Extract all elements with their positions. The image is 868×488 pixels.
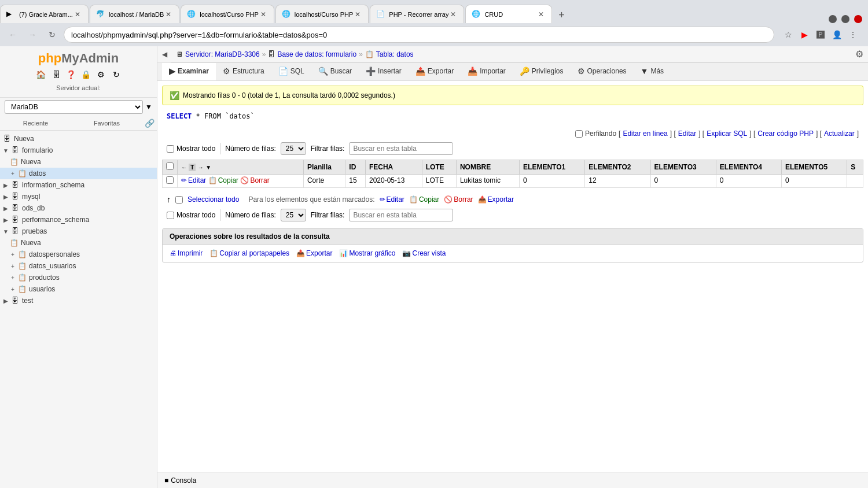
operations-export-button[interactable]: 📤 Exportar	[296, 249, 332, 257]
lock-icon[interactable]: 🔒	[80, 68, 93, 81]
tab-privilegios[interactable]: 🔑 Privilegios	[513, 63, 571, 80]
row-delete-button[interactable]: 🚫 Borrar	[240, 176, 269, 184]
sidebar-item-performance-schema[interactable]: ▶ 🗄 performance_schema	[0, 214, 157, 225]
select-all-link[interactable]: Seleccionar todo	[187, 195, 239, 204]
address-bar[interactable]: localhost/phpmyadmin/sql.php?server=1&db…	[64, 27, 774, 43]
rows-select[interactable]: 25	[281, 142, 306, 155]
bookmark-icon[interactable]: ☆	[782, 29, 794, 40]
operations-chart-button[interactable]: 📊 Mostrar gráfico	[339, 249, 395, 257]
th-elemento1[interactable]: ELEMENTO1	[520, 160, 585, 175]
browser-tab-6[interactable]: 🌐 CRUD ✕	[465, 5, 552, 23]
settings-icon[interactable]: ⚙	[95, 68, 108, 81]
tab6-close[interactable]: ✕	[536, 10, 546, 19]
up-arrow-icon[interactable]: ↑	[167, 195, 171, 204]
user-profile-icon[interactable]: 👤	[831, 29, 843, 40]
db-breadcrumb-link[interactable]: Base de datos: formulario	[277, 50, 356, 58]
tab-estructura[interactable]: ⚙ Estructura	[216, 63, 271, 80]
tab-exportar[interactable]: 📤 Exportar	[409, 63, 461, 80]
th-id[interactable]: ID	[345, 160, 366, 175]
sidebar-item-mysql[interactable]: ▶ 🗄 mysql	[0, 191, 157, 202]
browser-tab-4[interactable]: 🌐 localhost/Curso PHP ✕	[275, 5, 369, 23]
sidebar-item-information-schema[interactable]: ▶ 🗄 information_schema	[0, 179, 157, 191]
server-breadcrumb-link[interactable]: Servidor: MariaDB-3306	[185, 50, 260, 58]
home-icon[interactable]: 🏠	[35, 68, 47, 81]
browser-tab-2[interactable]: 🐬 localhost / MariaDB ✕	[90, 5, 179, 23]
breadcrumb-settings-icon[interactable]: ⚙	[855, 49, 863, 60]
console-bar[interactable]: ■ Consola	[157, 472, 868, 488]
bottom-show-all-label[interactable]: Mostrar todo	[167, 211, 215, 219]
th-elemento2[interactable]: ELEMENTO2	[585, 160, 650, 175]
sidebar-item-formulario[interactable]: ▼ 🗄 formulario	[0, 145, 157, 156]
tab-operaciones[interactable]: ⚙ Operaciones	[571, 63, 634, 80]
favorites-button[interactable]: Favoritas	[71, 116, 142, 130]
th-elemento5[interactable]: ELEMENTO5	[782, 160, 847, 175]
close-button[interactable]	[854, 15, 862, 23]
th-lote[interactable]: LOTE	[422, 160, 456, 175]
row-edit-button[interactable]: ✏ Editar	[181, 176, 206, 184]
operations-clipboard-button[interactable]: 📋 Copiar al portapapeles	[209, 249, 289, 257]
bulk-export-button[interactable]: 📤 Exportar	[478, 195, 514, 204]
sidebar-item-nueva-formulario[interactable]: 📋 Nueva	[0, 156, 157, 168]
operations-print-button[interactable]: 🖨 Imprimir	[170, 249, 203, 257]
forward-button[interactable]: →	[24, 27, 41, 43]
sidebar-item-test[interactable]: ▶ 🗄 test	[0, 295, 157, 306]
bulk-copy-button[interactable]: 📋 Copiar	[409, 195, 439, 204]
table-breadcrumb-link[interactable]: Tabla: datos	[376, 50, 414, 58]
tab2-close[interactable]: ✕	[164, 10, 173, 19]
server-select[interactable]: MariaDB	[5, 100, 143, 114]
tab-examinar[interactable]: ▶ Examinar	[162, 63, 216, 80]
new-tab-button[interactable]: +	[553, 7, 569, 23]
th-elemento4[interactable]: ELEMENTO4	[716, 160, 781, 175]
menu-icon[interactable]: ⋮	[847, 29, 859, 40]
th-planilla[interactable]: Planilla	[303, 160, 345, 175]
sidebar-item-datos[interactable]: + 📋 datos	[0, 168, 157, 179]
sidebar-item-usuarios[interactable]: + 📋 usuarios	[0, 283, 157, 295]
extension-icon1[interactable]: 🅿	[815, 29, 826, 40]
filter-input-top[interactable]	[349, 142, 453, 155]
bulk-edit-button[interactable]: ✏ Editar	[380, 195, 404, 204]
db-icon[interactable]: 🗄	[50, 68, 62, 81]
profiling-link-4[interactable]: Crear código PHP	[757, 130, 814, 138]
profiling-checkbox[interactable]	[575, 130, 583, 138]
bottom-rows-select[interactable]: 25	[281, 209, 306, 221]
browser-tab-1[interactable]: ▶ (7) Gracie Abram... ✕	[0, 5, 89, 23]
profiling-link-3[interactable]: Explicar SQL	[707, 130, 747, 138]
tab1-close[interactable]: ✕	[73, 10, 82, 19]
sidebar-item-nueva-top[interactable]: 🗄 Nueva	[0, 133, 157, 145]
minimize-button[interactable]	[829, 15, 837, 23]
sidebar-item-pruebas[interactable]: ▼ 🗄 pruebas	[0, 225, 157, 237]
profiling-link-2[interactable]: Editar	[678, 130, 696, 138]
th-fecha[interactable]: FECHA	[365, 160, 422, 175]
youtube-icon[interactable]: ▶	[799, 29, 810, 40]
bulk-delete-button[interactable]: 🚫 Borrar	[444, 195, 473, 204]
operations-view-button[interactable]: 📷 Crear vista	[402, 249, 446, 257]
maximize-button[interactable]	[841, 15, 849, 23]
sql-icon[interactable]: ❓	[65, 68, 78, 81]
th-sort-icon[interactable]: T	[189, 164, 196, 171]
tab5-close[interactable]: ✕	[448, 10, 458, 19]
show-all-checkbox[interactable]	[167, 145, 174, 153]
profiling-link-5[interactable]: Actualizar	[824, 130, 855, 138]
sidebar-toggle-button[interactable]: ◀	[157, 47, 171, 61]
sidebar-item-datospersonales[interactable]: + 📋 datospersonales	[0, 249, 157, 260]
bottom-select-all-checkbox[interactable]	[175, 196, 183, 204]
tab-sql[interactable]: 📄 SQL	[271, 63, 311, 80]
th-nombre[interactable]: NOMBRE	[456, 160, 519, 175]
sidebar-item-nueva-pruebas[interactable]: 📋 Nueva	[0, 237, 157, 249]
recent-button[interactable]: Reciente	[0, 116, 71, 130]
tab-buscar[interactable]: 🔍 Buscar	[311, 63, 359, 80]
tab-insertar[interactable]: ➕ Insertar	[359, 63, 409, 80]
link-icon[interactable]: 🔗	[142, 116, 157, 130]
bottom-show-all-checkbox[interactable]	[167, 212, 174, 219]
refresh-icon[interactable]: ↻	[110, 68, 123, 81]
browser-tab-3[interactable]: 🌐 localhost/Curso PHP ✕	[181, 5, 274, 23]
browser-tab-5[interactable]: 📄 PHP - Recorrer array ✕	[370, 5, 464, 23]
tab-mas[interactable]: ▼ Más	[634, 63, 671, 80]
show-all-label[interactable]: Mostrar todo	[167, 145, 215, 153]
sidebar-item-productos[interactable]: + 📋 productos	[0, 272, 157, 283]
back-button[interactable]: ←	[5, 27, 21, 43]
row-checkbox[interactable]	[166, 176, 174, 184]
reload-button[interactable]: ↻	[44, 27, 60, 43]
select-all-checkbox[interactable]	[166, 162, 174, 170]
tab4-close[interactable]: ✕	[353, 10, 362, 19]
